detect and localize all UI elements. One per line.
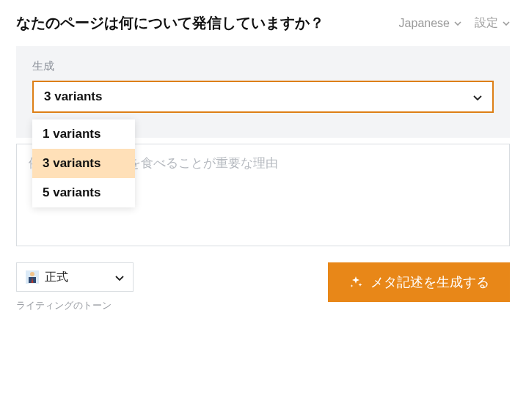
chevron-down-icon bbox=[115, 270, 124, 284]
variants-dropdown-menu: 1 variants 3 variants 5 variants bbox=[32, 119, 135, 207]
variants-panel: 生成 3 variants 1 variants 3 variants 5 va… bbox=[16, 46, 510, 138]
person-tie-icon bbox=[26, 270, 39, 284]
tone-value: 正式 bbox=[45, 270, 68, 285]
variants-option[interactable]: 1 variants bbox=[32, 119, 135, 149]
variants-select[interactable]: 3 variants bbox=[32, 81, 494, 113]
language-selector[interactable]: Japanese bbox=[399, 17, 461, 30]
variants-option[interactable]: 5 variants bbox=[32, 178, 135, 207]
settings-menu[interactable]: 設定 bbox=[475, 15, 510, 31]
chevron-down-icon bbox=[454, 21, 461, 26]
generate-button[interactable]: メタ記述を生成する bbox=[328, 262, 510, 302]
variants-label: 生成 bbox=[32, 59, 494, 73]
svg-point-1 bbox=[30, 272, 34, 276]
sparkles-icon bbox=[348, 275, 363, 290]
chevron-down-icon bbox=[503, 21, 510, 26]
chevron-down-icon bbox=[473, 90, 482, 103]
generate-button-label: メタ記述を生成する bbox=[370, 273, 489, 291]
settings-label: 設定 bbox=[475, 15, 498, 31]
variants-option[interactable]: 3 variants bbox=[32, 149, 135, 178]
page-title: なたのページは何について発信していますか？ bbox=[16, 13, 324, 33]
tone-select[interactable]: 正式 bbox=[16, 262, 134, 292]
variants-selected-value: 3 variants bbox=[44, 89, 102, 104]
language-label: Japanese bbox=[399, 17, 450, 30]
tone-caption: ライティングのトーン bbox=[16, 299, 134, 312]
